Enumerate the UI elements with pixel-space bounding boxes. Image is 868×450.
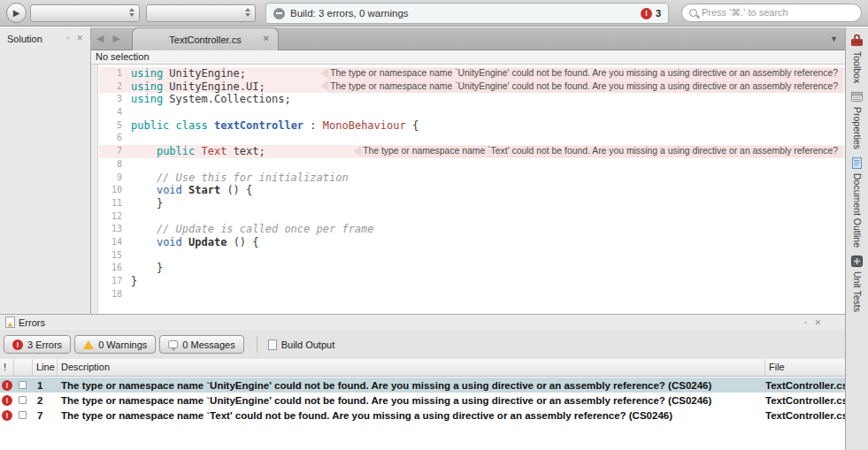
column-severity[interactable]: ! xyxy=(0,359,14,376)
line-number[interactable]: 12 xyxy=(99,210,122,224)
code-text: public Text text; xyxy=(122,145,265,158)
error-icon: ! xyxy=(2,395,12,406)
line-number[interactable]: 9 xyxy=(99,172,122,185)
messages-filter-button[interactable]: 0 Messages xyxy=(159,335,243,354)
tab-toolbox-label: Toolbox xyxy=(852,51,863,83)
error-description: The type or namespace name `UnityEngine'… xyxy=(58,380,765,391)
code-line[interactable]: 5public class textController : MonoBehav… xyxy=(99,119,845,133)
line-number[interactable]: 6 xyxy=(99,132,122,145)
errors-pad-header[interactable]: Errors ▫ ✕ xyxy=(0,315,845,330)
navigate-back-button[interactable]: ◀ xyxy=(96,33,104,44)
column-file[interactable]: File xyxy=(765,359,845,376)
build-status-box[interactable]: Build: 3 errors, 0 warnings ! 3 xyxy=(265,3,669,24)
code-text xyxy=(122,106,131,119)
code-line[interactable]: 8 xyxy=(99,158,845,172)
errors-filter-button[interactable]: ! 3 Errors xyxy=(4,335,71,354)
column-description[interactable]: Description xyxy=(58,359,765,376)
line-number[interactable]: 3 xyxy=(99,93,122,106)
error-table-row[interactable]: !7The type or namespace name `Text' coul… xyxy=(0,408,845,423)
line-number[interactable]: 7 xyxy=(99,145,122,158)
code-line[interactable]: 9 // Use this for initialization xyxy=(99,172,845,185)
code-text: } xyxy=(122,262,163,275)
device-dropdown[interactable] xyxy=(146,4,256,22)
tab-document-outline[interactable]: Document Outline xyxy=(846,149,868,248)
line-number[interactable]: 8 xyxy=(99,158,122,172)
line-number[interactable]: 4 xyxy=(99,106,122,119)
properties-icon xyxy=(850,90,864,103)
configuration-dropdown[interactable] xyxy=(30,4,140,22)
breadcrumb[interactable]: No selection xyxy=(91,50,845,65)
code-text xyxy=(122,132,131,145)
tab-properties[interactable]: Properties xyxy=(846,83,868,149)
line-number[interactable]: 14 xyxy=(99,236,122,249)
tab-textcontroller[interactable]: TextController.cs ✕ xyxy=(132,27,279,50)
code-line[interactable]: 16 } xyxy=(99,262,845,275)
error-row-checkbox[interactable] xyxy=(19,411,27,419)
error-description: The type or namespace name `UnityEngine'… xyxy=(58,395,765,406)
tab-close-icon[interactable]: ✕ xyxy=(263,34,270,43)
tab-toolbox[interactable]: Toolbox xyxy=(846,27,868,83)
code-line[interactable]: 2using UnityEngine.UI;The type or namesp… xyxy=(99,80,845,94)
editor-icon-margin xyxy=(91,65,98,314)
line-number[interactable]: 15 xyxy=(99,249,122,263)
line-number[interactable]: 11 xyxy=(99,197,122,210)
column-line[interactable]: Line xyxy=(33,359,58,376)
line-number[interactable]: 5 xyxy=(99,119,122,133)
code-line[interactable]: 15 xyxy=(99,249,845,263)
line-number[interactable]: 17 xyxy=(99,275,122,288)
line-number[interactable]: 16 xyxy=(99,262,122,275)
build-output-label: Build Output xyxy=(281,339,335,350)
code-line[interactable]: 13 // Update is called once per frame xyxy=(99,223,845,236)
warnings-filter-button[interactable]: 0 Warnings xyxy=(74,335,156,354)
code-line[interactable]: 18 xyxy=(99,288,845,301)
code-text: public class textController : MonoBehavi… xyxy=(122,119,419,133)
column-checkbox[interactable] xyxy=(14,359,33,376)
line-number[interactable]: 10 xyxy=(99,184,122,197)
error-row-checkbox[interactable] xyxy=(19,381,27,389)
line-number[interactable]: 2 xyxy=(99,80,122,94)
code-line[interactable]: 10 void Start () { xyxy=(99,184,845,197)
code-editor[interactable]: 1using UnityEngine;The type or namespace… xyxy=(91,65,845,314)
solution-pad[interactable]: Solution ▫ ✕ xyxy=(0,27,91,314)
build-status-text: Build: 3 errors, 0 warnings xyxy=(290,8,409,19)
tab-unit-tests-label: Unit Tests xyxy=(852,271,863,312)
code-text: void Start () { xyxy=(122,184,252,197)
tab-overflow-icon[interactable]: ▼ xyxy=(830,34,838,43)
code-line[interactable]: 3using System.Collections; xyxy=(99,93,845,106)
error-file: TextController.cs xyxy=(765,380,845,391)
solution-pad-dock-controls[interactable]: ▫ ✕ xyxy=(66,34,86,42)
code-text: using UnityEngine.UI; xyxy=(122,80,265,94)
navigate-forward-button[interactable]: ▶ xyxy=(112,33,119,44)
run-button[interactable]: ▶ xyxy=(6,3,27,23)
error-file: TextController.cs xyxy=(765,410,845,421)
ide-window: ▶ Build: 3 errors, 0 warnings ! 3 Press … xyxy=(0,0,868,450)
search-input[interactable]: Press '⌘.' to search xyxy=(681,4,862,22)
message-icon xyxy=(168,340,178,348)
line-number[interactable]: 13 xyxy=(99,223,122,236)
line-number[interactable]: 1 xyxy=(99,67,122,80)
build-output-toggle[interactable]: Build Output xyxy=(268,339,335,350)
code-text xyxy=(122,158,131,172)
error-row-checkbox[interactable] xyxy=(19,396,27,404)
warning-icon xyxy=(83,340,94,349)
toolbox-icon xyxy=(850,34,864,48)
error-table-row[interactable]: !1The type or namespace name `UnityEngin… xyxy=(0,378,845,393)
code-line[interactable]: 14 void Update () { xyxy=(99,236,845,249)
code-line[interactable]: 6 xyxy=(99,132,845,145)
code-line[interactable]: 7 public Text text;The type or namespace… xyxy=(99,145,845,158)
code-text: } xyxy=(122,197,163,210)
error-table-row[interactable]: !2The type or namespace name `UnityEngin… xyxy=(0,393,845,408)
code-line[interactable]: 11 } xyxy=(99,197,845,210)
code-line[interactable]: 1using UnityEngine;The type or namespace… xyxy=(99,67,845,80)
solution-pad-title: Solution xyxy=(7,34,42,44)
errors-pad-dock-controls[interactable]: ▫ ✕ xyxy=(804,318,824,327)
inline-error-message: The type or namespace name `UnityEngine'… xyxy=(328,68,842,80)
unit-tests-icon xyxy=(850,255,864,268)
code-line[interactable]: 4 xyxy=(99,106,845,119)
code-text: using System.Collections; xyxy=(122,93,291,106)
tab-unit-tests[interactable]: Unit Tests xyxy=(846,248,868,312)
code-line[interactable]: 17} xyxy=(99,275,845,288)
code-line[interactable]: 12 xyxy=(99,210,845,224)
dropdown-stepper-icon xyxy=(245,8,250,17)
line-number[interactable]: 18 xyxy=(99,288,122,301)
